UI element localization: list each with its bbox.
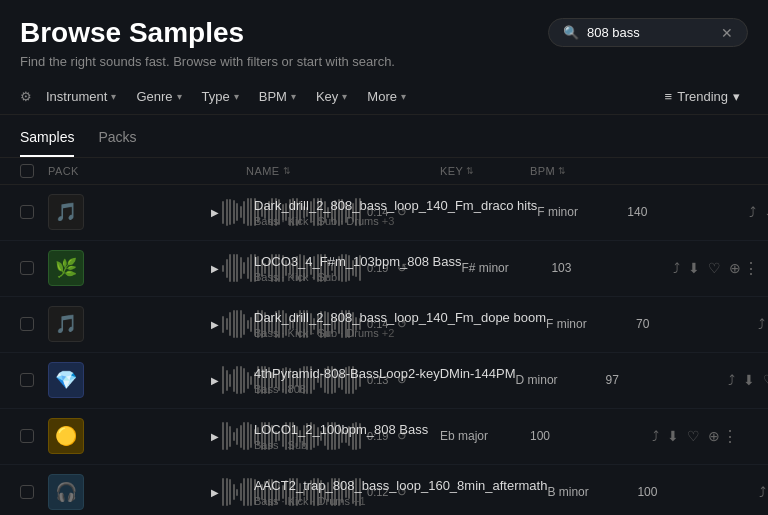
waveform-bar: [229, 426, 231, 447]
play-button[interactable]: ▶: [208, 205, 222, 219]
row-checkbox[interactable]: [20, 373, 34, 387]
play-button[interactable]: ▶: [208, 317, 222, 331]
row-checkbox-cell: [20, 485, 48, 499]
bpm-value: 70: [636, 317, 706, 331]
sample-name: 4thPyramid-808-BassLoop2-keyDMin-144PM: [254, 366, 516, 381]
waveform-bar: [243, 422, 245, 450]
table-row[interactable]: 🎵 ▶ 0:14 ↺ Dark_drill_2_808_bass_loop_14…: [0, 297, 768, 353]
more-options-button[interactable]: ⋮: [741, 259, 768, 278]
key-sort-icon: ⇅: [466, 166, 474, 176]
row-checkbox[interactable]: [20, 205, 34, 219]
table-row[interactable]: 🎧 ▶ 0:12 ↺ AACT2_trap_808_bass_loop_160_…: [0, 465, 768, 515]
clear-search-button[interactable]: ✕: [721, 26, 733, 40]
waveform-bar: [229, 374, 231, 387]
like-button[interactable]: ♡: [708, 260, 721, 276]
row-checkbox[interactable]: [20, 485, 34, 499]
play-button[interactable]: ▶: [208, 429, 222, 443]
bpm-value: 103: [551, 261, 621, 275]
search-input[interactable]: [587, 25, 713, 40]
add-to-project-button[interactable]: ⤴: [728, 372, 735, 388]
waveform-cell: 0:12 ↺: [222, 477, 246, 507]
key-value: F minor: [537, 205, 627, 219]
row-checkbox[interactable]: [20, 317, 34, 331]
sample-tags: Bass · Kick · Sub · Drums +2: [254, 327, 546, 339]
name-sort-icon: ⇅: [283, 166, 291, 176]
filter-bar: ⚙ Instrument ▾ Genre ▾ Type ▾ BPM ▾ Key …: [0, 79, 768, 115]
filter-genre[interactable]: Genre ▾: [128, 85, 189, 108]
pack-thumbnail: 🟡: [48, 418, 84, 454]
add-to-project-button[interactable]: ⤴: [652, 428, 659, 444]
trending-sort-button[interactable]: ≡ Trending ▾: [657, 85, 748, 108]
waveform-cell: 0:19 ↺: [222, 253, 246, 283]
search-box[interactable]: 🔍 ✕: [548, 18, 748, 47]
pack-icon: 🟡: [55, 425, 77, 447]
sample-name: Dark_drill_2_808_bass_loop_140_Fm_dope b…: [254, 310, 546, 325]
filter-more[interactable]: More ▾: [359, 85, 414, 108]
download-button[interactable]: ⬇: [667, 428, 679, 444]
sample-name: LOCO1_2_100bpm_808 Bass: [254, 422, 440, 437]
table-header: Pack Name ⇅ Key ⇅ BPM ⇅: [0, 158, 768, 185]
name-cell: AACT2_trap_808_bass_loop_160_8min_afterm…: [246, 478, 547, 507]
waveform-bar: [233, 254, 235, 282]
table-row[interactable]: 💎 ▶ 0:13 ↺ 4thPyramid-808-BassLoop2-keyD…: [0, 353, 768, 409]
waveform-bar: [233, 200, 235, 224]
chevron-down-icon: ▾: [401, 91, 406, 102]
waveform-bar: [222, 201, 224, 223]
chevron-down-icon: ▾: [111, 91, 116, 102]
play-button[interactable]: ▶: [208, 373, 222, 387]
add-to-project-button[interactable]: ⤴: [758, 316, 765, 332]
waveform-bar: [226, 370, 228, 392]
play-button[interactable]: ▶: [208, 485, 222, 499]
chevron-down-icon: ▾: [342, 91, 347, 102]
tab-packs[interactable]: Packs: [98, 119, 136, 157]
waveform-bar: [243, 478, 245, 506]
filter-type[interactable]: Type ▾: [194, 85, 247, 108]
table-row[interactable]: 🌿 ▶ 0:19 ↺ LOCO3_4_F#m_103bpm_808 Bass B…: [0, 241, 768, 297]
waveform-bar: [240, 366, 242, 394]
action-buttons: ⤴ ⬇ ♡ ⊕: [697, 204, 768, 220]
download-button[interactable]: ⬇: [688, 260, 700, 276]
filter-key[interactable]: Key ▾: [308, 85, 355, 108]
sample-name: Dark_drill_2_808_bass_loop_140_Fm_draco …: [254, 198, 537, 213]
table-row[interactable]: 🟡 ▶ 0:19 ↺ LOCO1_2_100bpm_808 Bass Bass …: [0, 409, 768, 465]
pack-thumbnail: 💎: [48, 362, 84, 398]
pack-icon: 💎: [55, 369, 77, 391]
more-options-button[interactable]: ⋮: [720, 427, 748, 446]
like-button[interactable]: ♡: [763, 372, 768, 388]
key-value: B minor: [547, 485, 637, 499]
waveform-bar: [243, 201, 245, 224]
row-checkbox[interactable]: [20, 261, 34, 275]
select-all-checkbox[interactable]: [20, 164, 34, 178]
download-button[interactable]: ⬇: [743, 372, 755, 388]
bpm-sort-icon: ⇅: [558, 166, 566, 176]
similar-button[interactable]: ⊕: [708, 428, 720, 444]
sample-name: LOCO3_4_F#m_103bpm_808 Bass: [254, 254, 461, 269]
row-checkbox[interactable]: [20, 429, 34, 443]
header-left: Browse Samples Find the right sounds fas…: [20, 18, 395, 69]
waveform-bar: [236, 489, 238, 496]
play-button[interactable]: ▶: [208, 261, 222, 275]
like-button[interactable]: ♡: [687, 428, 700, 444]
filter-bpm[interactable]: BPM ▾: [251, 85, 304, 108]
waveform-cell: 0:14 ↺: [222, 309, 246, 339]
filter-instrument[interactable]: Instrument ▾: [38, 85, 124, 108]
add-to-project-button[interactable]: ⤴: [749, 204, 756, 220]
waveform-bar: [233, 432, 235, 441]
col-pack: Pack: [48, 165, 208, 177]
download-button[interactable]: ⬇: [764, 204, 768, 220]
sample-tags: Bass · Kick · Sub: [254, 271, 461, 283]
search-icon: 🔍: [563, 25, 579, 40]
similar-button[interactable]: ⊕: [729, 260, 741, 276]
add-to-project-button[interactable]: ⤴: [759, 484, 766, 500]
table-row[interactable]: 🎵 ▶ 0:14 ↺ Dark_drill_2_808_bass_loop_14…: [0, 185, 768, 241]
bpm-value: 100: [637, 485, 707, 499]
tab-samples[interactable]: Samples: [20, 119, 74, 157]
add-to-project-button[interactable]: ⤴: [673, 260, 680, 276]
waveform-bar: [222, 265, 224, 272]
row-checkbox-cell: [20, 373, 48, 387]
waveform-bar: [236, 254, 238, 282]
key-value: F minor: [546, 317, 636, 331]
key-label: Key: [316, 89, 338, 104]
row-checkbox-cell: [20, 429, 48, 443]
waveform-bar: [240, 425, 242, 448]
